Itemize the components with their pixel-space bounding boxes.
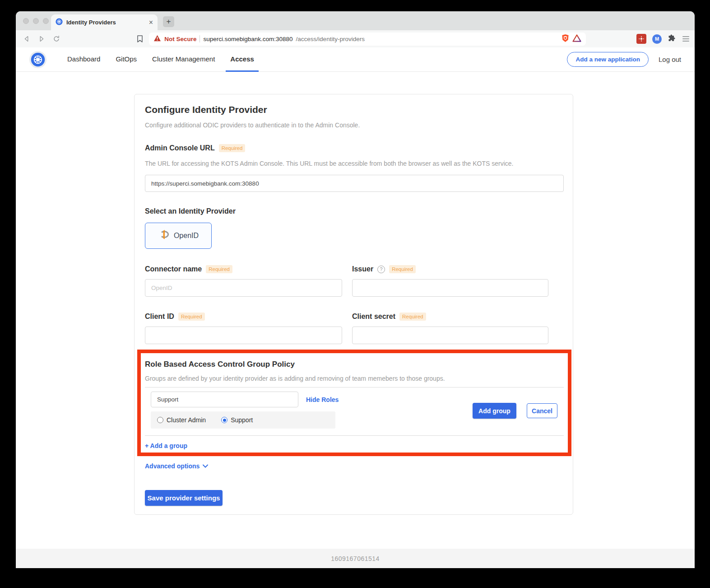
nav-item-access[interactable]: Access — [226, 47, 259, 72]
page-subtitle: Configure additional ODIC providers to a… — [145, 121, 360, 129]
extension-badge-icon[interactable] — [636, 34, 646, 44]
identity-provider-card: Configure Identity Provider Configure ad… — [134, 94, 573, 515]
role-option-cluster-admin[interactable]: Cluster Admin — [157, 416, 206, 424]
nav-item-gitops[interactable]: GitOps — [111, 47, 141, 72]
url-divider — [200, 35, 200, 42]
logout-link[interactable]: Log out — [659, 56, 681, 63]
connector-name-label: Connector name Required — [145, 265, 232, 273]
save-provider-settings-button[interactable]: Save provider settings — [145, 490, 223, 506]
brave-shield-icon[interactable] — [562, 34, 569, 44]
radio-unchecked-icon[interactable] — [157, 417, 163, 423]
openid-provider-tile[interactable]: OpenID — [145, 223, 212, 249]
role-option-support[interactable]: Support — [221, 416, 253, 424]
bat-triangle-icon[interactable] — [572, 34, 581, 44]
help-icon[interactable]: ? — [377, 266, 385, 273]
url-host: superci.somebigbank.com:30880 — [203, 36, 292, 42]
advanced-options-toggle[interactable]: Advanced options — [145, 462, 209, 470]
required-badge: Required — [206, 265, 232, 273]
bookmark-icon[interactable] — [134, 33, 145, 45]
select-identity-provider-label: Select an Identity Provider — [145, 207, 236, 215]
required-badge: Required — [219, 144, 246, 152]
issuer-label: Issuer ? Required — [352, 265, 416, 273]
admin-console-url-input[interactable] — [145, 175, 564, 192]
app-header: Dashboard GitOps Cluster Management Acce… — [16, 47, 695, 72]
profile-avatar-icon[interactable]: M — [652, 34, 662, 44]
role-options-panel: Cluster Admin Support — [151, 411, 335, 429]
issuer-input[interactable] — [352, 279, 548, 297]
add-new-application-button[interactable]: Add a new application — [567, 52, 649, 67]
back-icon[interactable] — [21, 33, 32, 45]
connector-name-input[interactable] — [145, 279, 342, 297]
divider — [145, 435, 564, 436]
footer-timestamp: 1609167061514 — [331, 555, 380, 562]
forward-icon[interactable] — [36, 33, 47, 45]
required-badge: Required — [399, 313, 426, 321]
group-name-input[interactable] — [151, 392, 298, 407]
hide-roles-link[interactable]: Hide Roles — [306, 396, 339, 403]
admin-console-url-help: The URL for accessing the KOTS Admin Con… — [145, 160, 513, 167]
client-secret-label: Client secret Required — [352, 313, 426, 321]
new-tab-button[interactable]: + — [163, 16, 174, 27]
close-tab-icon[interactable]: × — [149, 19, 153, 26]
client-secret-input[interactable] — [352, 327, 548, 344]
minimize-window-button[interactable] — [33, 18, 39, 24]
tab-strip: Identity Providers × + — [16, 11, 695, 30]
browser-tab[interactable]: Identity Providers × — [51, 14, 158, 30]
puzzle-extensions-icon[interactable] — [668, 33, 677, 44]
nav-item-dashboard[interactable]: Dashboard — [63, 47, 105, 72]
client-id-label: Client ID Required — [145, 313, 205, 321]
rbac-section-subtitle: Groups are defined by your identity prov… — [145, 375, 445, 382]
kubernetes-favicon-icon — [56, 18, 63, 27]
browser-toolbar: Not Secure superci.somebigbank.com:30880… — [16, 30, 695, 47]
admin-console-url-label: Admin Console URL Required — [145, 144, 245, 152]
address-bar[interactable]: Not Secure superci.somebigbank.com:30880… — [149, 33, 586, 46]
radio-checked-icon[interactable] — [221, 417, 227, 423]
browser-window: Identity Providers × + Not Secure superc… — [16, 11, 695, 568]
rbac-section-title: Role Based Access Control Group Policy — [145, 360, 295, 369]
reload-icon[interactable] — [51, 33, 62, 45]
client-id-input[interactable] — [145, 327, 342, 344]
close-window-button[interactable] — [23, 18, 29, 24]
tab-title: Identity Providers — [66, 19, 145, 26]
browser-menu-icon[interactable] — [682, 36, 689, 42]
page-title: Configure Identity Provider — [145, 104, 267, 115]
zoom-window-button[interactable] — [43, 18, 49, 24]
warning-triangle-icon — [153, 35, 161, 43]
not-secure-label: Not Secure — [164, 36, 196, 42]
required-badge: Required — [178, 313, 205, 321]
add-a-group-link[interactable]: + Add a group — [145, 442, 187, 449]
openid-label: OpenID — [174, 232, 199, 240]
kubernetes-logo-icon — [29, 51, 46, 68]
divider — [145, 387, 564, 387]
openid-icon — [158, 229, 170, 243]
nav-item-cluster-management[interactable]: Cluster Management — [148, 47, 219, 72]
required-badge: Required — [389, 265, 416, 273]
window-controls — [23, 18, 49, 24]
add-group-button[interactable]: Add group — [473, 403, 516, 419]
page-footer: 1609167061514 — [16, 549, 695, 568]
page-content: Configure Identity Provider Configure ad… — [16, 72, 695, 549]
chevron-down-icon — [202, 462, 209, 470]
extension-area: M — [636, 33, 689, 44]
cancel-button[interactable]: Cancel — [527, 403, 557, 418]
url-path: /access/identity-providers — [296, 36, 365, 42]
